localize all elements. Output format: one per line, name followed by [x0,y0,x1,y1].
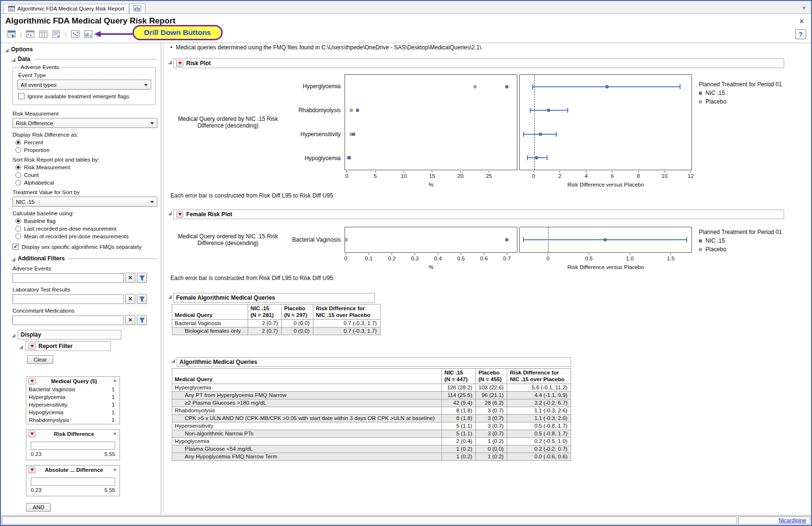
col-header-placebo: Placebo (N = 297) [282,304,313,320]
treatment-sort-select[interactable]: NIC .15 [12,197,157,207]
clear-adverse-events-filter-button[interactable]: ✕ [125,273,135,283]
tab-scroll-chevron-icon[interactable]: ▼ [802,6,808,13]
disclosure-icon[interactable] [12,257,15,261]
close-icon[interactable]: ✕ [797,18,806,25]
risk-difference-menu-button[interactable] [28,431,36,437]
list-item[interactable]: Rhabdomyolysis 1 [26,416,119,424]
data-point-placebo[interactable] [345,238,348,242]
close-icon[interactable]: ✕ [112,432,117,436]
data-header: Data [12,56,157,62]
medical-query-menu-button[interactable] [28,378,36,385]
report-table-button[interactable] [6,29,17,39]
clear-button[interactable]: Clear [27,355,53,364]
data-point-placebo[interactable] [349,109,353,112]
tab-risk-report[interactable]: Algorithmic FDA Medical Query Risk Repor… [3,4,129,13]
data-table-button[interactable] [37,29,49,39]
drill-down-distribution-button[interactable]: ? [70,29,81,39]
estimate-point[interactable] [535,156,538,160]
axis-tick: 0.1 [365,253,372,261]
ci-cap [527,155,528,160]
absolute-difference-menu-button[interactable] [28,467,36,473]
list-item[interactable]: Hypersensitivity 1 [26,401,119,409]
event-type-select[interactable]: All event types [17,80,151,90]
estimate-point[interactable] [547,109,550,112]
divider [69,258,157,259]
risk-difference-filter-block: Risk Difference ✕ 0.23 5.55 [26,429,120,460]
table-row: Plasma Glucose <54 mg/dL 1 (0.2) 0 (0.0)… [172,445,571,453]
estimate-point[interactable] [605,85,609,88]
disclosure-icon[interactable] [12,334,15,338]
estimate-point[interactable] [539,132,542,136]
window-icon [26,30,35,38]
data-point-treatment[interactable] [352,132,355,136]
radio-proportion[interactable]: Proportion [15,147,157,153]
lab-results-filter-button[interactable] [137,294,147,304]
data-point-treatment[interactable] [505,238,508,242]
radio-baseline-flag[interactable]: Baseline flag [15,218,157,224]
legend-item-placebo[interactable]: Placebo [699,98,793,105]
window-button[interactable] [24,29,36,39]
close-icon[interactable]: ✕ [112,468,117,472]
risk-measurement-select[interactable]: Risk Difference [12,118,157,128]
axis-tick: 1.0 [626,253,633,261]
disclosure-icon[interactable] [168,211,172,215]
data-title: Data [18,56,30,62]
con-meds-filter-input[interactable] [12,316,124,325]
legend-item-nic[interactable]: NIC .15 [699,90,793,96]
disclosure-icon[interactable] [168,295,172,299]
data-point-placebo[interactable] [473,85,477,88]
female-risk-plot-menu-button[interactable] [176,211,183,218]
script-button[interactable] [50,29,62,39]
absolute-difference-range-slider[interactable] [31,478,115,486]
radio-alphabetical[interactable]: Alphabetical [15,180,157,186]
radio-count[interactable]: Count [15,172,157,178]
radio-last-predose[interactable]: Last recorded pre-dose measurement [15,226,157,232]
clear-lab-results-filter-button[interactable]: ✕ [125,294,135,304]
help-button[interactable]: ? [795,29,806,39]
x-icon: ✕ [128,317,132,323]
category-label: Rhabdomyolysis [288,98,345,122]
legend-item-placebo[interactable]: Placebo [699,246,793,253]
list-item[interactable]: Bacterial Vaginosis 1 [26,386,119,393]
data-point-treatment[interactable] [348,156,351,160]
drill-down-profile-button[interactable]: ? [83,29,94,39]
disclosure-icon[interactable] [168,60,172,64]
estimate-point[interactable] [604,238,607,242]
tab-chart[interactable] [129,3,145,13]
legend-item-nic[interactable]: NIC .15 [699,237,793,244]
axis-tick: 0.6 [480,253,488,261]
risk-measurement-label: Risk Measurement [12,111,157,117]
study-link[interactable]: Nicardipine [778,517,806,523]
percent-axis: 00.10.20.30.40.50.60.7 [345,253,517,264]
radio-risk-measurement[interactable]: Risk Measurement [15,164,157,170]
ignore-flags-checkbox[interactable]: Ignore available treatment emergent flag… [18,93,151,99]
adverse-events-filter-input[interactable] [12,273,124,283]
axis-tick: 1.5 [667,253,675,261]
ci-cap [686,237,687,242]
clear-con-meds-filter-button[interactable]: ✕ [125,315,135,325]
risk-plot-menu-button[interactable] [176,60,183,67]
list-item[interactable]: Hypoglycemia 1 [26,409,119,416]
funnel-icon [139,296,145,302]
data-point-treatment[interactable] [505,85,508,88]
data-point-treatment[interactable] [356,109,359,112]
axis-tick: 0 [346,171,348,179]
disclosure-icon[interactable] [12,58,15,62]
radio-percent[interactable]: Percent [15,140,157,145]
category-labels: HyperglycemiaRhabdomyolysisHypersensitiv… [288,74,345,170]
con-meds-filter-button[interactable] [137,315,147,325]
medical-query-filter-block: Medical Query (5) ✕ Bacterial Vaginosis … [26,376,120,424]
risk-difference-range-slider[interactable] [31,442,115,450]
adverse-events-filter-button[interactable] [137,273,147,283]
report-filter-menu-button[interactable] [28,343,36,350]
sex-specific-checkbox[interactable]: Display sex specific algorithmic FMQs se… [12,244,157,250]
close-icon[interactable]: ✕ [112,379,117,384]
disclosure-icon[interactable] [19,345,23,349]
disclosure-icon[interactable] [171,359,175,363]
and-button[interactable]: AND [26,503,51,512]
filter-block-header: Medical Query (5) ✕ [26,377,119,386]
list-item[interactable]: Hyperglycemia 1 [26,393,119,401]
radio-mean-predose[interactable]: Mean of recorded pre-dose measurements [15,234,157,239]
disclosure-icon[interactable] [5,48,9,52]
lab-results-filter-input[interactable] [12,294,124,304]
